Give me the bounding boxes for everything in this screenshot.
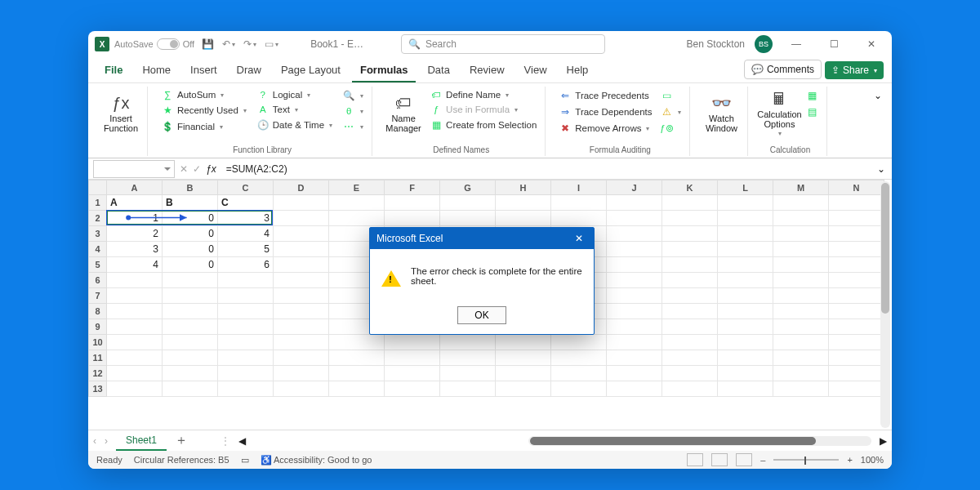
cell-H11[interactable]: [496, 350, 551, 366]
cell-J4[interactable]: [607, 242, 662, 257]
comments-button[interactable]: 💬Comments: [744, 60, 822, 79]
sheet-nav-next[interactable]: ›: [105, 435, 108, 447]
cell-N1[interactable]: [829, 195, 884, 211]
cell-C11[interactable]: [218, 350, 274, 366]
logical-button[interactable]: ?Logical▾: [253, 88, 336, 101]
calc-sheet-button[interactable]: ▤: [802, 105, 822, 119]
row-header-5[interactable]: 5: [89, 257, 107, 273]
col-header-E[interactable]: E: [329, 180, 385, 195]
cell-K13[interactable]: [662, 381, 718, 397]
cell-C12[interactable]: [218, 366, 274, 381]
cell-D7[interactable]: [274, 288, 329, 304]
cell-J1[interactable]: [607, 195, 662, 211]
cell-N11[interactable]: [829, 350, 884, 366]
text-button[interactable]: AText▾: [253, 103, 336, 116]
cell-J5[interactable]: [607, 257, 662, 273]
cell-C1[interactable]: C: [218, 195, 274, 211]
redo-icon[interactable]: ↷▾: [242, 36, 258, 52]
cell-J3[interactable]: [607, 226, 662, 242]
cell-M13[interactable]: [773, 381, 829, 397]
tab-view[interactable]: View: [516, 57, 555, 82]
cell-A13[interactable]: [107, 381, 163, 397]
cell-A11[interactable]: [107, 350, 163, 366]
cell-K8[interactable]: [662, 304, 718, 319]
cell-M2[interactable]: [773, 211, 829, 226]
cell-B3[interactable]: 0: [163, 226, 218, 242]
col-header-K[interactable]: K: [662, 180, 718, 195]
create-from-selection-button[interactable]: ▦Create from Selection: [426, 118, 540, 132]
tab-data[interactable]: Data: [419, 57, 457, 82]
cell-N3[interactable]: [829, 226, 884, 242]
cancel-formula-icon[interactable]: ✕: [180, 163, 188, 175]
tab-help[interactable]: Help: [559, 57, 597, 82]
cell-D1[interactable]: [274, 195, 329, 211]
col-header-I[interactable]: I: [551, 180, 607, 195]
use-in-formula-button[interactable]: ƒUse in Formula▾: [426, 103, 540, 116]
date-time-button[interactable]: 🕒Date & Time▾: [253, 118, 336, 132]
cell-J10[interactable]: [607, 335, 662, 350]
col-header-N[interactable]: N: [829, 180, 884, 195]
cell-B7[interactable]: [163, 288, 218, 304]
cell-D8[interactable]: [274, 304, 329, 319]
cell-L3[interactable]: [718, 226, 773, 242]
cell-L5[interactable]: [718, 257, 773, 273]
cell-C10[interactable]: [218, 335, 274, 350]
math-button[interactable]: θ▾: [339, 105, 367, 118]
cell-M3[interactable]: [773, 226, 829, 242]
cell-D11[interactable]: [274, 350, 329, 366]
row-header-9[interactable]: 9: [89, 319, 107, 335]
zoom-in-button[interactable]: +: [847, 455, 852, 465]
col-header-M[interactable]: M: [773, 180, 829, 195]
cell-D13[interactable]: [274, 381, 329, 397]
row-header-3[interactable]: 3: [89, 226, 107, 242]
cell-A7[interactable]: [107, 288, 163, 304]
cell-K9[interactable]: [662, 319, 718, 335]
cell-G12[interactable]: [440, 366, 496, 381]
tab-page-layout[interactable]: Page Layout: [273, 57, 349, 82]
cell-C3[interactable]: 4: [218, 226, 274, 242]
view-page-break-button[interactable]: [736, 453, 752, 466]
cell-G2[interactable]: [440, 211, 496, 226]
cell-M6[interactable]: [773, 273, 829, 288]
cell-H12[interactable]: [496, 366, 551, 381]
cell-N9[interactable]: [829, 319, 884, 335]
cell-B2[interactable]: 0: [163, 211, 218, 226]
accessibility-status[interactable]: ♿ Accessibility: Good to go: [261, 455, 372, 466]
cell-J8[interactable]: [607, 304, 662, 319]
cell-E10[interactable]: [329, 335, 385, 350]
name-manager-button[interactable]: 🏷Name Manager: [382, 87, 425, 140]
search-input[interactable]: 🔍 Search: [401, 34, 605, 54]
cell-B11[interactable]: [163, 350, 218, 366]
cell-E12[interactable]: [329, 366, 385, 381]
cell-K11[interactable]: [662, 350, 718, 366]
col-header-L[interactable]: L: [718, 180, 773, 195]
tab-file[interactable]: File: [96, 57, 131, 82]
cell-B10[interactable]: [163, 335, 218, 350]
cell-E1[interactable]: [329, 195, 385, 211]
row-header-2[interactable]: 2: [89, 211, 107, 226]
evaluate-formula-button[interactable]: ƒ⊚: [657, 121, 684, 136]
cell-F12[interactable]: [385, 366, 440, 381]
row-header-7[interactable]: 7: [89, 288, 107, 304]
cell-D2[interactable]: [274, 211, 329, 226]
cell-C2[interactable]: 3: [218, 211, 274, 226]
cell-N5[interactable]: [829, 257, 884, 273]
cell-G11[interactable]: [440, 350, 496, 366]
cell-L1[interactable]: [718, 195, 773, 211]
dialog-close-button[interactable]: ✕: [571, 233, 587, 244]
col-header-B[interactable]: B: [163, 180, 218, 195]
cell-M1[interactable]: [773, 195, 829, 211]
cell-N4[interactable]: [829, 242, 884, 257]
cell-A2[interactable]: 1: [107, 211, 163, 226]
zoom-slider[interactable]: [773, 459, 839, 461]
tab-home[interactable]: Home: [134, 57, 179, 82]
undo-icon[interactable]: ↶▾: [220, 36, 237, 52]
cell-G1[interactable]: [440, 195, 496, 211]
cell-L9[interactable]: [718, 319, 773, 335]
sheet-tab-active[interactable]: Sheet1: [116, 431, 167, 451]
cell-C9[interactable]: [218, 319, 274, 335]
zoom-out-button[interactable]: –: [760, 455, 765, 465]
hscroll-nav-right[interactable]: ▶: [880, 435, 887, 447]
tab-insert[interactable]: Insert: [182, 57, 225, 82]
calc-now-button[interactable]: ▦: [802, 88, 822, 103]
